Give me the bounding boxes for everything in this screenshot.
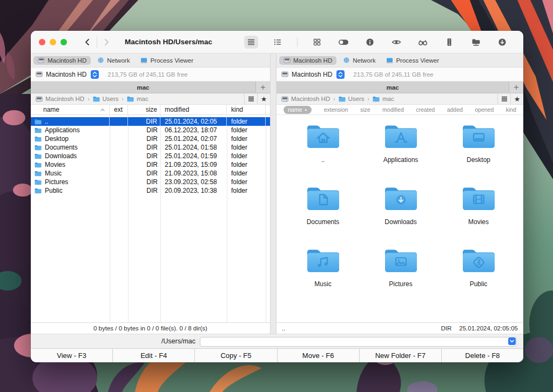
grid-item[interactable]: Movies: [440, 185, 517, 247]
copy-f5-button[interactable]: Copy - F5: [194, 349, 276, 362]
favorite-button[interactable]: ★: [257, 93, 270, 104]
breadcrumb-label: Macintosh HD: [45, 96, 84, 102]
view-mode-button[interactable]: [497, 93, 510, 104]
command-input[interactable]: [200, 337, 517, 347]
folder-tab-mac[interactable]: mac: [276, 82, 509, 93]
list-view-button[interactable]: [244, 36, 258, 49]
sort-by-name[interactable]: name ▲: [284, 106, 312, 114]
tab-macintosh-hd[interactable]: Macintosh HD: [33, 56, 91, 65]
grid-item[interactable]: Documents: [284, 185, 362, 247]
tab-process-viewer[interactable]: Process Viewer: [136, 56, 198, 65]
file-size: DIR: [146, 144, 158, 151]
table-row[interactable]: Movies DIR 21.09.2023, 15:09 folder: [31, 160, 270, 169]
close-window-button[interactable]: [39, 39, 45, 45]
volume-selector[interactable]: [91, 70, 99, 79]
delete-f8-button[interactable]: Delete - F8: [441, 349, 523, 362]
file-name: Documents: [45, 144, 78, 151]
breadcrumb-users[interactable]: Users: [339, 96, 365, 102]
pane-splitter[interactable]: [270, 53, 276, 334]
search-button[interactable]: [416, 36, 430, 49]
view-f3-button[interactable]: View - F3: [31, 349, 112, 362]
grid-view-button[interactable]: [310, 36, 324, 49]
add-tab-button[interactable]: +: [509, 82, 523, 93]
download-button[interactable]: [495, 36, 509, 49]
grid-item[interactable]: Desktop: [440, 123, 517, 185]
toggle-panel-button[interactable]: [336, 36, 350, 49]
tab-network[interactable]: Network: [93, 56, 134, 65]
breadcrumb-mac[interactable]: mac: [373, 96, 394, 102]
sort-asc-icon: [100, 109, 105, 111]
volume-selector[interactable]: [336, 70, 345, 79]
table-row[interactable]: .. DIR 25.01.2024, 02:05 folder: [31, 117, 270, 126]
breadcrumb-macintosh-hd[interactable]: Macintosh HD: [36, 96, 84, 102]
edit-f4-button[interactable]: Edit - F4: [112, 349, 194, 362]
sort-by-kind[interactable]: kind: [506, 106, 516, 113]
breadcrumb-mac[interactable]: mac: [127, 96, 149, 102]
table-row[interactable]: Pictures DIR 23.09.2023, 02:58 folder: [31, 178, 270, 186]
tab-network[interactable]: Network: [339, 56, 380, 65]
zoom-window-button[interactable]: [60, 39, 67, 45]
breadcrumb-users[interactable]: Users: [93, 96, 119, 102]
grid-item[interactable]: Downloads: [362, 185, 440, 247]
file-manager-window: Macintosh HD/Users/mac: [31, 31, 523, 362]
grid-item[interactable]: Music: [284, 247, 362, 309]
file-name: Movies: [45, 161, 65, 168]
favorite-button[interactable]: ★: [510, 93, 523, 104]
column-header-name[interactable]: name: [31, 105, 110, 114]
table-row[interactable]: Applications DIR 06.12.2023, 18:07 folde…: [31, 126, 270, 134]
tab-macintosh-hd[interactable]: Macintosh HD: [279, 56, 336, 65]
breadcrumb-macintosh-hd[interactable]: Macintosh HD: [281, 96, 330, 102]
sort-by-created[interactable]: created: [416, 106, 435, 113]
file-kind: folder: [231, 152, 247, 160]
preview-button[interactable]: [389, 36, 403, 49]
binoculars-icon: [418, 38, 428, 46]
column-header-size[interactable]: size: [128, 105, 160, 114]
left-folder-tabbar: mac +: [31, 82, 270, 93]
detail-list-view-button[interactable]: [271, 36, 285, 49]
archive-button[interactable]: [442, 36, 456, 49]
sort-by-size[interactable]: size: [360, 106, 370, 113]
sort-by-extension[interactable]: extension: [324, 106, 348, 113]
view-mode-button[interactable]: [244, 93, 257, 104]
new-folder-f7-button[interactable]: New Folder - F7: [359, 349, 441, 362]
grid-item-label: ..: [321, 156, 325, 164]
table-row[interactable]: Public DIR 20.09.2023, 10:38 folder: [31, 186, 270, 195]
sort-by-opened[interactable]: opened: [475, 106, 494, 113]
monitor-icon: [386, 57, 393, 63]
folder-icon: [93, 96, 100, 102]
sort-by-added[interactable]: added: [447, 106, 463, 113]
add-tab-button[interactable]: +: [255, 82, 270, 93]
command-history-button[interactable]: [508, 337, 516, 345]
column-header-ext[interactable]: ext: [110, 105, 128, 114]
column-label: modified: [165, 106, 189, 113]
folder-icon: [35, 162, 42, 168]
list-view-icon: [247, 38, 255, 46]
column-header-modified[interactable]: modified: [160, 105, 227, 114]
file-kind: folder: [231, 161, 247, 168]
harddisk-icon: [38, 57, 45, 63]
forward-button[interactable]: [102, 38, 111, 46]
grid-item[interactable]: ..: [284, 123, 362, 185]
sort-by-modified[interactable]: modified: [382, 106, 404, 113]
folder-tab-mac[interactable]: mac: [31, 82, 255, 93]
grid-item[interactable]: Pictures: [362, 247, 440, 309]
move-f6-button[interactable]: Move - F6: [277, 349, 359, 362]
file-size: DIR: [146, 161, 158, 168]
network-button[interactable]: [469, 36, 483, 49]
folder-icon: [35, 119, 42, 125]
table-row[interactable]: Downloads DIR 25.01.2024, 01:59 folder: [31, 152, 270, 160]
info-button[interactable]: [363, 36, 377, 49]
tab-process-viewer[interactable]: Process Viewer: [382, 56, 443, 65]
column-header-kind[interactable]: kind: [227, 105, 266, 114]
table-row[interactable]: Desktop DIR 25.01.2024, 02:07 folder: [31, 134, 270, 143]
minimize-window-button[interactable]: [50, 39, 56, 45]
grid-item[interactable]: Public: [440, 247, 517, 309]
table-row[interactable]: Documents DIR 25.01.2024, 01:58 folder: [31, 143, 270, 152]
file-rows: .. DIR 25.01.2024, 02:05 folder: [31, 117, 270, 322]
folder-icon: [461, 123, 496, 151]
grid-item[interactable]: Applications: [362, 123, 440, 185]
file-name: Music: [45, 170, 62, 177]
back-button[interactable]: [83, 38, 92, 46]
file-size: DIR: [146, 178, 158, 186]
table-row[interactable]: Music DIR 21.09.2023, 15:08 folder: [31, 169, 270, 178]
